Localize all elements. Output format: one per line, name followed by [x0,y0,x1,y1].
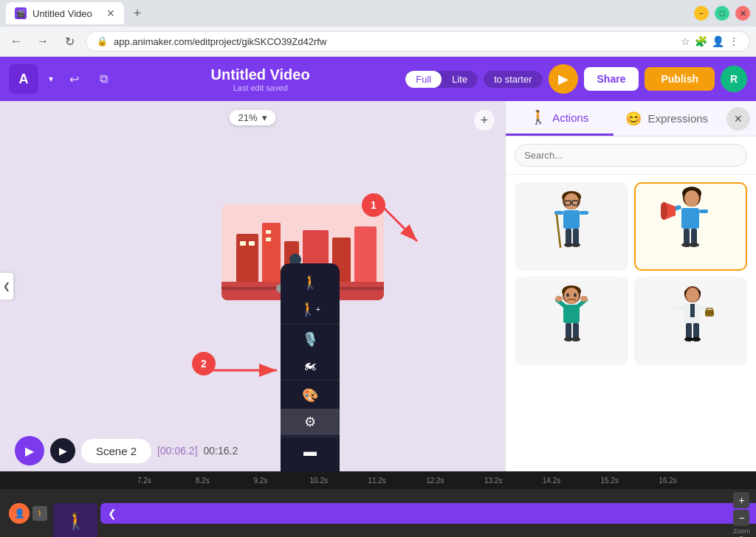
maximize-button[interactable]: □ [715,6,729,21]
logo-text: A [19,72,29,87]
tab-expressions[interactable]: 😊 Expressions [614,101,721,136]
tab-actions-label: Actions [552,111,588,124]
plan-toggle: Full Lite [405,71,478,88]
scene-name: Scene 2 [81,439,151,463]
search-input[interactable] [515,144,747,167]
tab-bar: 🎬 Untitled Video ✕ + − □ ✕ [0,0,756,27]
svg-point-56 [555,296,563,302]
timeline-scene-thumbnail[interactable]: 🚶 [53,503,97,537]
timeline-bar[interactable]: ❮ ❯ [100,503,756,524]
svg-rect-35 [573,229,579,245]
ctx-separator-1 [281,324,340,325]
svg-rect-34 [566,229,571,245]
panel-tabs: 🚶 Actions 😊 Expressions ✕ [506,101,756,136]
canvas-area: 21% ▾ ❮ + [0,101,505,471]
zoom-out-button[interactable]: − [733,510,749,526]
ruler-mark-9: 16.2s [639,477,697,485]
expressions-tab-icon: 😊 [625,111,642,127]
tab-actions[interactable]: 🚶 Actions [506,101,614,136]
ctx-mic-button[interactable]: 🎙️ [281,326,340,353]
forward-button[interactable]: → [32,31,53,52]
svg-rect-65 [690,304,695,317]
undo-button[interactable]: ↩ [62,67,86,91]
tab-close-icon[interactable]: ✕ [106,7,115,19]
scene-play-purple-button[interactable]: ▶ [15,436,44,465]
title-area: Untitled Video Last edit saved [124,66,396,92]
char-card-standing[interactable] [515,182,628,271]
minimize-button[interactable]: − [694,6,709,21]
zoom-label: Zoom [733,527,750,535]
char-megaphone-svg [661,186,720,267]
svg-point-61 [571,337,580,342]
ctx-walk-button[interactable]: 🚶 [281,269,340,296]
panel-close-button[interactable]: ✕ [726,107,750,131]
timeline-bar-container: 🚶 ❮ ❯ [53,503,753,524]
url-text: app.animaker.com/editproject/gikSKCO39Zd… [114,36,675,47]
add-scene-button[interactable]: + [474,110,495,131]
char-card-megaphone[interactable] [634,182,748,271]
extension-icon[interactable]: 🧩 [695,35,707,47]
svg-rect-2 [262,223,281,285]
lock-icon: 🔒 [97,36,108,46]
browser-chrome: 🎬 Untitled Video ✕ + − □ ✕ ← → ↻ 🔒 app.a… [0,0,756,57]
copy-button[interactable]: ⧉ [92,67,115,91]
publish-button[interactable]: Publish [645,67,715,91]
zoom-in-button[interactable]: + [733,492,749,508]
svg-rect-9 [266,230,271,234]
address-bar: ← → ↻ 🔒 app.animaker.com/editproject/gik… [0,27,756,56]
bookmark-icon[interactable]: ☆ [681,35,690,47]
ruler-mark-3: 10.2s [289,477,348,485]
right-panel: 🚶 Actions 😊 Expressions ✕ [505,101,756,471]
app-logo[interactable]: A [9,64,38,94]
zoom-indicator[interactable]: 21% ▾ [229,110,275,125]
lite-plan-button[interactable]: Lite [441,71,478,88]
char-card-briefcase[interactable] [634,277,748,365]
options-icon[interactable]: ⋮ [729,35,739,47]
new-tab-button[interactable]: + [127,3,148,24]
timeline-bar-left-arrow[interactable]: ❮ [108,507,117,519]
timeline-user-row: 👤 🚶 [9,503,47,524]
scene-play-dark-button[interactable]: ▶ [50,438,75,463]
full-plan-button[interactable]: Full [405,71,441,88]
ctx-separator-3 [281,437,340,437]
timeline-user-icon[interactable]: 🚶 [32,506,47,521]
svg-point-41 [684,190,699,207]
ctx-settings-char-button[interactable]: ⚙ [281,409,340,435]
annotation-arrow-1 [369,201,428,252]
svg-rect-59 [573,323,579,339]
user-avatar[interactable]: R [721,66,747,92]
app-header: A ▾ ↩ ⧉ Untitled Video Last edit saved F… [0,57,756,101]
ruler-marks: 7.2s 8.2s 9.2s 10.2s 11.2s 12.2s 13.2s 1… [115,477,697,485]
svg-point-54 [574,294,577,297]
char-card-stressed[interactable] [515,277,628,365]
url-bar[interactable]: 🔒 app.animaker.com/editproject/gikSKCO39… [86,31,750,52]
ruler-mark-7: 14.2s [523,477,581,485]
profile-icon[interactable]: 👤 [712,35,724,47]
ctx-add-walk-button[interactable]: 🚶+ [281,296,340,322]
share-button[interactable]: Share [584,67,639,91]
url-actions: ☆ 🧩 👤 ⋮ [681,35,739,47]
annotation-2: 2 [192,352,216,375]
svg-line-22 [384,208,417,241]
svg-rect-33 [580,211,588,215]
zoom-dropdown-icon[interactable]: ▾ [262,112,267,123]
timeline-zoom-controls: + − Zoom [733,492,750,537]
refresh-button[interactable]: ↻ [59,31,80,52]
svg-rect-31 [563,210,580,229]
svg-point-52 [564,288,579,304]
timeline-avatar[interactable]: 👤 [9,503,30,524]
active-tab[interactable]: 🎬 Untitled Video ✕ [6,2,124,24]
scene-bar: ▶ ▶ Scene 2 [00:06.2] 00:16.2 [15,430,490,471]
canvas-left-arrow[interactable]: ❮ [0,273,13,299]
close-window-button[interactable]: ✕ [735,6,750,21]
logo-dropdown-icon[interactable]: ▾ [49,74,53,84]
ctx-settings-button[interactable]: ⚙ [281,465,340,471]
svg-point-53 [566,294,569,297]
preview-play-button[interactable]: ▶ [549,64,578,94]
project-title: Untitled Video [124,66,396,83]
header-left-actions: ↩ ⧉ [62,67,115,91]
back-button[interactable]: ← [6,31,27,52]
starter-button[interactable]: to starter [484,71,542,88]
ctx-block-button[interactable]: ▬ [281,439,340,465]
svg-line-36 [557,215,560,247]
